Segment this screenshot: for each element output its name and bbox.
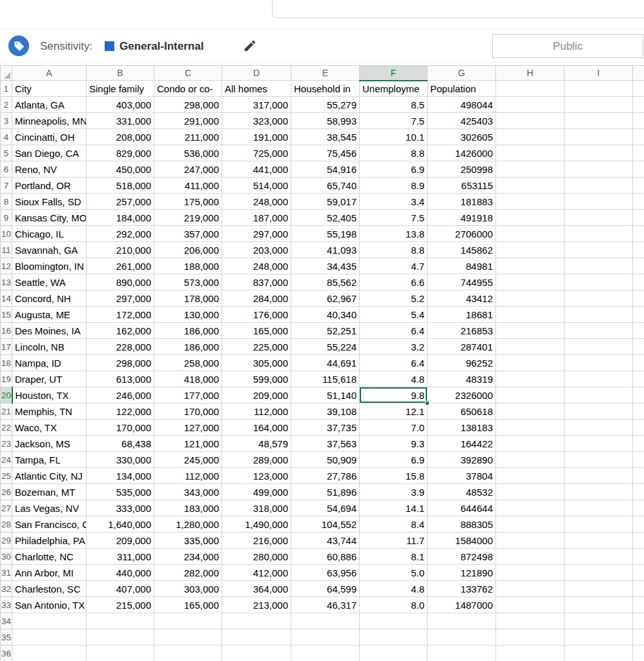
cell-H35[interactable]: [496, 629, 565, 646]
cell-A16[interactable]: Des Moines, IA: [12, 323, 87, 339]
cell-B5[interactable]: 829,000: [87, 145, 154, 161]
cell-D16[interactable]: 165,000: [222, 323, 291, 339]
cell-F35[interactable]: [360, 629, 428, 646]
cell-B23[interactable]: 68,438: [87, 436, 154, 452]
cell-C28[interactable]: 1,280,000: [154, 516, 222, 533]
cell-D34[interactable]: [222, 613, 291, 629]
cell-H27[interactable]: [496, 500, 565, 516]
cell-A7[interactable]: Portland, OR: [12, 178, 87, 194]
cell-H4[interactable]: [496, 129, 565, 145]
cell-F36[interactable]: [360, 646, 428, 661]
top-floating-box[interactable]: [272, 0, 644, 18]
cell-F19[interactable]: 4.8: [360, 371, 428, 387]
cell-B4[interactable]: 208,000: [87, 129, 154, 145]
row-header-36[interactable]: 36: [1, 646, 12, 661]
cell-I13[interactable]: [565, 274, 633, 290]
row-header-17[interactable]: 17: [1, 339, 12, 355]
cell-D12[interactable]: 248,000: [222, 258, 291, 274]
cell-I31[interactable]: [565, 565, 633, 581]
cell-A11[interactable]: Savannah, GA: [12, 242, 87, 258]
cell-H18[interactable]: [496, 355, 565, 371]
cell-A30[interactable]: Charlotte, NC: [12, 549, 87, 565]
cell-C31[interactable]: 282,000: [154, 565, 222, 581]
cell-A35[interactable]: [12, 629, 87, 646]
cell-F23[interactable]: 9.3: [360, 436, 428, 452]
cell-C5[interactable]: 536,000: [154, 145, 222, 161]
cell-I21[interactable]: [565, 403, 633, 420]
cell-D3[interactable]: 323,000: [222, 113, 291, 129]
cell-A28[interactable]: San Francisco, CA: [12, 516, 87, 533]
col-header-E[interactable]: E: [291, 66, 360, 81]
row-header-13[interactable]: 13: [1, 274, 12, 290]
cell-C22[interactable]: 127,000: [154, 420, 222, 436]
cell-A26[interactable]: Bozeman, MT: [12, 484, 87, 500]
cell-F14[interactable]: 5.2: [360, 290, 428, 307]
cell-D18[interactable]: 305,000: [222, 355, 291, 371]
cell-I19[interactable]: [565, 371, 633, 387]
cell-D27[interactable]: 318,000: [222, 500, 291, 516]
cell-C33[interactable]: 165,000: [154, 597, 222, 613]
cell-B34[interactable]: [87, 613, 154, 629]
cell-B8[interactable]: 257,000: [87, 194, 154, 210]
cell-D36[interactable]: [222, 646, 291, 661]
cell-I23[interactable]: [565, 436, 633, 452]
cell-B35[interactable]: [87, 629, 154, 646]
cell-E15[interactable]: 40,340: [291, 307, 360, 323]
cell-C14[interactable]: 178,000: [154, 290, 222, 307]
cell-E18[interactable]: 44,691: [291, 355, 360, 371]
cell-G32[interactable]: 133762: [428, 581, 496, 597]
cell-H23[interactable]: [496, 436, 565, 452]
cell-D19[interactable]: 599,000: [222, 371, 291, 387]
cell-D33[interactable]: 213,000: [222, 597, 291, 613]
cell-A21[interactable]: Memphis, TN: [12, 403, 87, 420]
cell-I5[interactable]: [565, 145, 633, 161]
cell-C23[interactable]: 121,000: [154, 436, 222, 452]
row-header-25[interactable]: 25: [1, 468, 12, 484]
cell-G1[interactable]: Population: [428, 81, 496, 97]
cell-A6[interactable]: Reno, NV: [12, 161, 87, 178]
cell-C18[interactable]: 258,000: [154, 355, 222, 371]
row-header-3[interactable]: 3: [1, 113, 12, 129]
cell-F13[interactable]: 6.6: [360, 274, 428, 290]
cell-H14[interactable]: [496, 290, 565, 307]
cell-G25[interactable]: 37804: [428, 468, 496, 484]
cell-H29[interactable]: [496, 533, 565, 549]
cell-H25[interactable]: [496, 468, 565, 484]
row-header-11[interactable]: 11: [1, 242, 12, 258]
cell-C20[interactable]: 177,000: [154, 387, 222, 403]
cell-G11[interactable]: 145862: [428, 242, 496, 258]
cell-A14[interactable]: Concord, NH: [12, 290, 87, 307]
cell-H22[interactable]: [496, 420, 565, 436]
row-header-12[interactable]: 12: [1, 258, 12, 274]
cell-F29[interactable]: 11.7: [360, 533, 428, 549]
cell-C2[interactable]: 298,000: [154, 97, 222, 113]
cell-E19[interactable]: 115,618: [291, 371, 360, 387]
cell-C11[interactable]: 206,000: [154, 242, 222, 258]
cell-F7[interactable]: 8.9: [360, 178, 428, 194]
cell-I15[interactable]: [565, 307, 633, 323]
cell-G16[interactable]: 216853: [428, 323, 496, 339]
cell-H1[interactable]: [496, 81, 565, 97]
cell-E32[interactable]: 64,599: [291, 581, 360, 597]
cell-E20[interactable]: 51,140: [291, 387, 360, 403]
col-header-F[interactable]: F: [360, 66, 428, 81]
row-header-14[interactable]: 14: [1, 290, 12, 307]
cell-C4[interactable]: 211,000: [154, 129, 222, 145]
cell-F25[interactable]: 15.8: [360, 468, 428, 484]
cell-I33[interactable]: [565, 597, 633, 613]
col-header-I[interactable]: I: [565, 66, 633, 81]
cell-C35[interactable]: [154, 629, 222, 646]
cell-G9[interactable]: 491918: [428, 210, 496, 226]
cell-E28[interactable]: 104,552: [291, 516, 360, 533]
cell-B1[interactable]: Single family: [87, 81, 154, 97]
cell-E22[interactable]: 37,735: [291, 420, 360, 436]
row-header-9[interactable]: 9: [1, 210, 12, 226]
cell-G7[interactable]: 653115: [428, 178, 496, 194]
row-header-19[interactable]: 19: [1, 371, 12, 387]
cell-A8[interactable]: Sioux Falls, SD: [12, 194, 87, 210]
cell-B16[interactable]: 162,000: [87, 323, 154, 339]
cell-I32[interactable]: [565, 581, 633, 597]
cell-H2[interactable]: [496, 97, 565, 113]
cell-I34[interactable]: [565, 613, 633, 629]
row-header-6[interactable]: 6: [1, 161, 12, 178]
